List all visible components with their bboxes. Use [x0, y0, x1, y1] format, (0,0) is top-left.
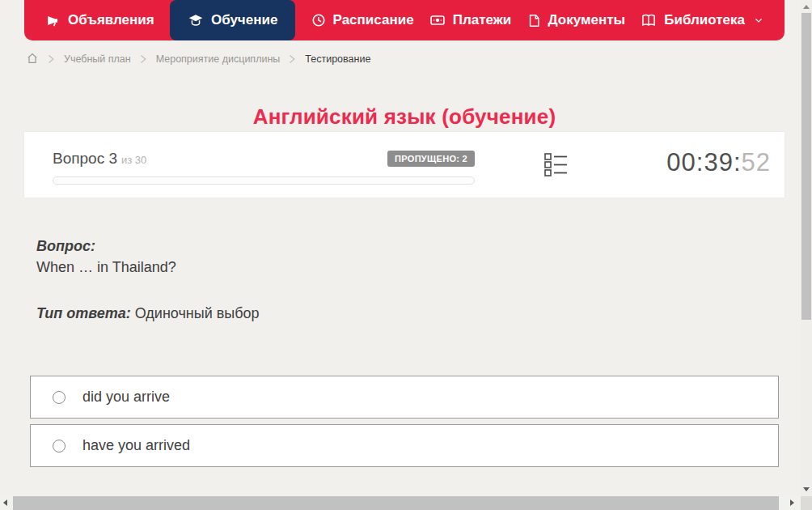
megaphone-icon — [45, 13, 61, 28]
clock-icon — [311, 13, 326, 28]
nav-item-label: Объявления — [68, 12, 154, 28]
document-icon — [527, 14, 541, 28]
nav-item-announcements[interactable]: Объявления — [45, 0, 154, 40]
breadcrumb-testing: Тестирование — [305, 53, 370, 65]
radio-button[interactable] — [53, 440, 66, 453]
question-text: When … in Thailand? — [36, 257, 176, 278]
chevron-down-icon — [754, 15, 763, 25]
question-counter: Вопрос 3из 30 — [53, 150, 146, 168]
nav-item-label: Расписание — [333, 12, 414, 28]
breadcrumb-study-plan[interactable]: Учебный план — [64, 53, 131, 65]
scroll-right-arrow-icon[interactable] — [790, 499, 794, 506]
nav-item-library[interactable]: Библиотека — [641, 0, 763, 40]
question-body: Вопрос: When … in Thailand? — [36, 236, 176, 278]
horizontal-scrollbar[interactable] — [0, 496, 801, 510]
chevron-right-icon — [289, 54, 296, 64]
nav-item-schedule[interactable]: Расписание — [311, 0, 414, 40]
question-number: Вопрос 3 — [53, 150, 117, 167]
home-icon — [26, 56, 39, 67]
banknote-icon — [429, 12, 446, 28]
breadcrumb-discipline-event[interactable]: Мероприятие дисциплины — [156, 53, 281, 65]
page-title: Английский язык (обучение) — [0, 104, 809, 130]
breadcrumb: Учебный план Мероприятие дисциплины Тест… — [26, 51, 370, 67]
graduation-cap-icon — [188, 12, 204, 28]
answer-type-row: Тип ответа: Одиночный выбор — [36, 305, 260, 322]
nav-item-education[interactable]: Обучение — [170, 0, 295, 40]
countdown-timer: 00:39:52 — [666, 148, 771, 177]
nav-item-label: Библиотека — [664, 12, 745, 28]
chevron-right-icon — [140, 54, 147, 64]
vertical-scrollbar-thumb[interactable] — [801, 13, 811, 320]
nav-item-label: Документы — [548, 12, 626, 28]
nav-item-label: Платежи — [453, 12, 512, 28]
question-list-icon[interactable] — [544, 152, 568, 181]
answer-option-2[interactable]: have you arrived — [30, 424, 779, 467]
horizontal-scrollbar-thumb[interactable] — [13, 496, 779, 510]
breadcrumb-home[interactable] — [26, 52, 39, 67]
answer-option-label: have you arrived — [82, 437, 190, 454]
book-icon — [641, 12, 657, 28]
vertical-scrollbar[interactable] — [801, 0, 812, 496]
answer-type-value: Одиночный выбор — [135, 305, 260, 321]
question-header-panel: Вопрос 3из 30 ПРОПУЩЕНО: 2 00:39:52 — [24, 132, 785, 198]
skipped-badge: ПРОПУЩЕНО: 2 — [387, 151, 475, 167]
timer-hours-minutes: 00:39: — [666, 148, 741, 176]
progress-bar — [53, 176, 475, 185]
timer-seconds: 52 — [742, 148, 771, 176]
nav-item-payments[interactable]: Платежи — [429, 0, 512, 40]
question-label: Вопрос: — [36, 236, 176, 257]
answer-option-1[interactable]: did you arrive — [30, 376, 779, 419]
scrollbar-corner — [801, 496, 812, 510]
answer-type-label: Тип ответа: — [36, 305, 131, 321]
main-navigation: Объявления Обучение Расписание Платежи Д… — [24, 0, 785, 40]
nav-item-label: Обучение — [211, 12, 277, 28]
answer-option-label: did you arrive — [82, 389, 170, 406]
question-progress-block: Вопрос 3из 30 ПРОПУЩЕНО: 2 — [53, 150, 475, 185]
question-total: из 30 — [121, 154, 146, 166]
chevron-right-icon — [48, 54, 55, 64]
scroll-left-arrow-icon[interactable] — [3, 499, 7, 506]
scroll-up-arrow-icon[interactable] — [803, 5, 810, 9]
scroll-down-arrow-icon[interactable] — [803, 487, 810, 491]
radio-button[interactable] — [53, 391, 66, 404]
nav-item-documents[interactable]: Документы — [527, 0, 626, 40]
